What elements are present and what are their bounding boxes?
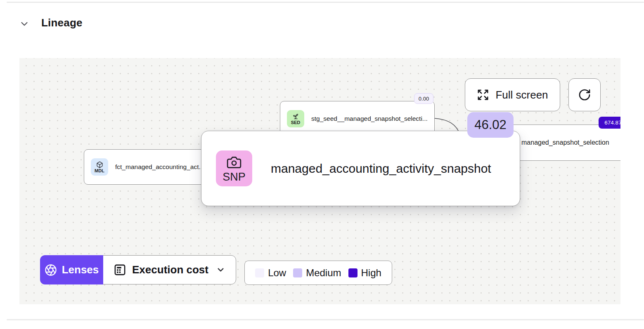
- bottom-divider: [7, 319, 644, 320]
- legend-item-low: Low: [255, 267, 286, 279]
- lineage-canvas[interactable]: MDL fct_managed_accounting_act... SED st…: [19, 58, 620, 304]
- top-divider: [7, 2, 644, 3]
- snapshot-type-icon: SNP: [216, 150, 252, 186]
- cost-badge-selection: 674.87: [599, 117, 620, 129]
- cost-legend: Low Medium High: [244, 261, 392, 285]
- selected-lens-label: Execution cost: [132, 263, 208, 276]
- legend-swatch-low: [255, 268, 264, 277]
- legend-swatch-high: [348, 268, 358, 277]
- lineage-panel: Lineage MDL fct_managed_accounting_act..…: [0, 0, 644, 329]
- model-type-code: MDL: [95, 168, 104, 173]
- calculator-icon: [114, 263, 126, 276]
- cube-icon: [96, 161, 103, 168]
- node-title: managed_accounting_activity_snapshot: [271, 162, 491, 176]
- seed-type-icon: SED: [287, 110, 304, 127]
- sprout-icon: [292, 113, 299, 120]
- snapshot-type-code: SNP: [223, 171, 246, 183]
- node-label: fct_managed_accounting_act...: [115, 163, 204, 171]
- node-label: managed_snapshot_selection: [521, 139, 609, 146]
- page-title: Lineage: [41, 16, 83, 29]
- cost-badge-seed: 0.00: [414, 93, 433, 104]
- collapse-chevron-icon[interactable]: [19, 19, 30, 29]
- legend-item-medium: Medium: [293, 267, 341, 279]
- refresh-icon: [578, 88, 591, 101]
- refresh-button[interactable]: [568, 78, 601, 111]
- full-screen-button[interactable]: Full screen: [465, 78, 560, 111]
- seed-type-code: SED: [291, 120, 301, 125]
- lens-dropdown[interactable]: Execution cost: [103, 255, 236, 284]
- camera-icon: [226, 155, 242, 170]
- aperture-icon: [45, 264, 57, 276]
- expand-icon: [477, 89, 489, 101]
- legend-swatch-medium: [293, 268, 302, 277]
- node-label: stg_seed__managed_snapshot_selecti...: [311, 115, 428, 122]
- legend-label-medium: Medium: [306, 267, 341, 279]
- legend-label-high: High: [361, 267, 381, 279]
- chevron-down-icon: [216, 265, 225, 275]
- lenses-label: Lenses: [62, 263, 99, 276]
- lenses-button[interactable]: Lenses: [40, 255, 103, 284]
- cost-badge-snapshot: 46.02: [467, 112, 514, 138]
- legend-label-low: Low: [268, 267, 286, 279]
- legend-item-high: High: [348, 267, 381, 279]
- full-screen-label: Full screen: [495, 89, 548, 101]
- lenses-control: Lenses Execution cost: [40, 255, 236, 284]
- model-type-icon: MDL: [91, 158, 108, 176]
- node-card-managed-accounting-activity-snapshot[interactable]: SNP managed_accounting_activity_snapshot: [201, 131, 520, 206]
